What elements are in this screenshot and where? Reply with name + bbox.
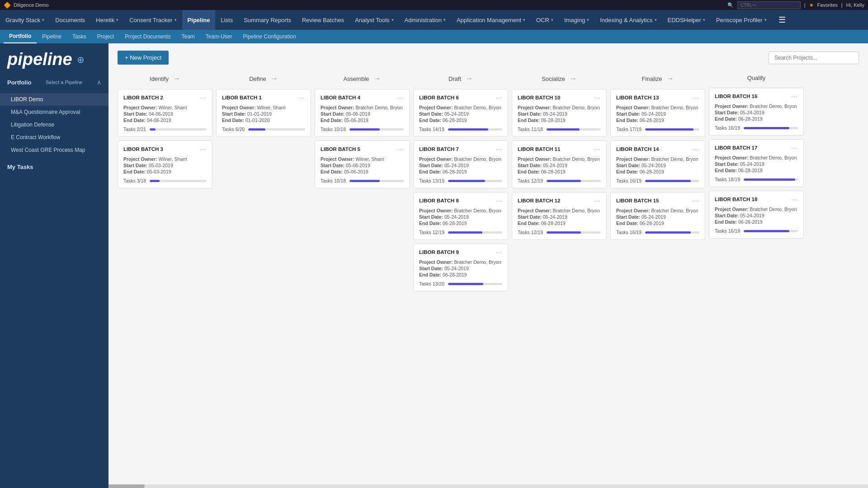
card-tasks-libor-batch-14: Tasks 16/19	[616, 178, 699, 183]
card-menu-libor-batch-7[interactable]: ···	[495, 145, 502, 153]
card-libor-batch-9[interactable]: LIBOR BATCH 9 ··· Project Owner: Bratche…	[413, 244, 508, 291]
card-menu-libor-batch-13[interactable]: ···	[693, 94, 699, 101]
card-menu-libor-batch-14[interactable]: ···	[693, 145, 699, 153]
card-libor-batch-14[interactable]: LIBOR BATCH 14 ··· Project Owner: Bratch…	[610, 141, 705, 188]
card-libor-batch-16[interactable]: LIBOR BATCH 16 ··· Project Owner: Bratch…	[709, 88, 804, 136]
card-menu-libor-batch-6[interactable]: ···	[495, 94, 502, 101]
card-menu-libor-batch-3[interactable]: ···	[200, 145, 207, 153]
card-owner-libor-batch-6: Project Owner: Bratcher Demo, Bryon	[419, 105, 502, 110]
sub-nav-item-portfolio[interactable]: Portfolio	[4, 30, 37, 43]
board-container[interactable]: Identify→ LIBOR BATCH 2 ··· Project Owne…	[108, 70, 868, 488]
nav-item-administration[interactable]: Administration▾	[399, 10, 451, 30]
card-menu-libor-batch-5[interactable]: ···	[397, 145, 404, 153]
top-bar-separator2: |	[841, 2, 843, 8]
nav-item-imaging[interactable]: Imaging▾	[559, 10, 594, 30]
card-menu-libor-batch-9[interactable]: ···	[495, 249, 502, 256]
progress-bar-fill-libor-batch-5	[349, 180, 380, 182]
sidebar-item-ma-questionnaire[interactable]: M&A Questionnaire Approval	[0, 106, 108, 118]
nav-item-pipeline[interactable]: Pipeline	[182, 10, 216, 30]
nav-item-heretik[interactable]: Heretik▾	[90, 10, 124, 30]
nav-item-documents[interactable]: Documents	[50, 10, 90, 30]
card-menu-libor-batch-15[interactable]: ···	[693, 197, 699, 204]
card-start-libor-batch-9: Start Date: 05-24-2019	[419, 266, 502, 271]
nav-chevron-icon-application-management: ▾	[523, 18, 525, 22]
card-menu-libor-batch-10[interactable]: ···	[594, 94, 601, 101]
nav-chevron-icon-eddsh: ▾	[703, 18, 705, 22]
card-menu-libor-batch-12[interactable]: ···	[594, 197, 601, 204]
card-libor-batch-11[interactable]: LIBOR BATCH 11 ··· Project Owner: Bratch…	[512, 141, 607, 188]
board-column-qualify: Qualify LIBOR BATCH 16 ··· Project Owner…	[709, 70, 804, 291]
global-search-input[interactable]	[737, 1, 801, 9]
favorites-link[interactable]: Favorites	[817, 2, 838, 8]
nav-item-lists[interactable]: Lists	[215, 10, 238, 30]
board-column-socialize: Socialize→ LIBOR BATCH 10 ··· Project Ow…	[512, 70, 607, 291]
sub-nav-item-project[interactable]: Project	[92, 30, 119, 43]
nav-item-gravity-stack[interactable]: Gravity Stack▾	[0, 10, 50, 30]
column-header-assemble: Assemble→	[315, 70, 410, 89]
sub-nav-item-tasks[interactable]: Tasks	[67, 30, 92, 43]
sidebar-pipeline-label[interactable]: Select a Pipeline	[38, 80, 90, 85]
card-libor-batch-13[interactable]: LIBOR BATCH 13 ··· Project Owner: Bratch…	[610, 89, 705, 137]
hamburger-menu[interactable]: ☰	[772, 15, 792, 25]
app-title: Diligence Demo	[14, 2, 49, 8]
sub-nav-item-team-user[interactable]: Team-User	[200, 30, 238, 43]
card-menu-libor-batch-11[interactable]: ···	[594, 145, 601, 153]
card-libor-batch-12[interactable]: LIBOR BATCH 12 ··· Project Owner: Bratch…	[512, 192, 607, 240]
progress-bar-fill-libor-batch-17	[744, 178, 795, 181]
sidebar-add-button[interactable]: ⊕	[77, 54, 85, 68]
card-start-libor-batch-7: Start Date: 05-24-2019	[419, 163, 502, 168]
card-libor-batch-15[interactable]: LIBOR BATCH 15 ··· Project Owner: Bratch…	[610, 192, 705, 240]
sidebar-item-litigation-defense[interactable]: Litigation Defense	[0, 118, 108, 131]
sidebar-item-libor-demo[interactable]: LIBOR Demo	[0, 93, 108, 106]
sub-nav: PortfolioPipelineTasksProjectProject Doc…	[0, 30, 868, 43]
nav-item-periscope[interactable]: Periscope Profiler▾	[711, 10, 772, 30]
card-libor-batch-5[interactable]: LIBOR BATCH 5 ··· Project Owner: Wilner,…	[315, 141, 410, 188]
card-menu-libor-batch-1[interactable]: ···	[298, 94, 305, 101]
nav-item-eddsh[interactable]: EDDSHelper▾	[662, 10, 711, 30]
sub-nav-item-team[interactable]: Team	[176, 30, 200, 43]
card-menu-libor-batch-8[interactable]: ···	[495, 197, 502, 204]
card-end-libor-batch-13: End Date: 06-28-2019	[616, 117, 699, 123]
nav-item-indexing-analytics[interactable]: Indexing & Analytics▾	[594, 10, 662, 30]
card-libor-batch-7[interactable]: LIBOR BATCH 7 ··· Project Owner: Bratche…	[413, 141, 508, 188]
card-libor-batch-6[interactable]: LIBOR BATCH 6 ··· Project Owner: Bratche…	[413, 89, 508, 137]
card-libor-batch-17[interactable]: LIBOR BATCH 17 ··· Project Owner: Bratch…	[709, 139, 804, 187]
card-libor-batch-8[interactable]: LIBOR BATCH 8 ··· Project Owner: Bratche…	[413, 192, 508, 240]
sidebar-item-west-coast-gre[interactable]: West Coast GRE Process Map	[0, 144, 108, 156]
sub-nav-item-pipeline-configuration[interactable]: Pipeline Configuration	[237, 30, 301, 43]
column-header-draft: Draft→	[413, 70, 508, 89]
card-menu-libor-batch-4[interactable]: ···	[397, 94, 404, 101]
new-project-button[interactable]: + New Project	[118, 51, 169, 65]
card-libor-batch-3[interactable]: LIBOR BATCH 3 ··· Project Owner: Wilner,…	[118, 141, 212, 188]
card-start-libor-batch-3: Start Date: 05-03-2019	[123, 163, 207, 168]
column-label-socialize: Socialize	[542, 75, 565, 82]
card-menu-libor-batch-18[interactable]: ···	[791, 196, 798, 203]
nav-item-consent-tracker[interactable]: Consent Tracker▾	[124, 10, 182, 30]
tasks-label-libor-batch-18: Tasks 16/19	[715, 228, 740, 234]
nav-item-analyst-tools[interactable]: Analyst Tools▾	[349, 10, 399, 30]
tasks-label-libor-batch-10: Tasks 11/18	[518, 127, 543, 132]
card-libor-batch-10[interactable]: LIBOR BATCH 10 ··· Project Owner: Bratch…	[512, 89, 607, 137]
sub-nav-item-pipeline-tab[interactable]: Pipeline	[37, 30, 67, 43]
card-menu-libor-batch-2[interactable]: ···	[200, 94, 207, 101]
sidebar-item-e-contract[interactable]: E Contract Workflow	[0, 131, 108, 144]
card-libor-batch-4[interactable]: LIBOR BATCH 4 ··· Project Owner: Bratche…	[315, 89, 410, 137]
card-owner-libor-batch-17: Project Owner: Bratcher Demo, Bryon	[715, 155, 798, 160]
nav-item-summary-reports[interactable]: Summary Reports	[238, 10, 297, 30]
card-libor-batch-1[interactable]: LIBOR BATCH 1 ··· Project Owner: Wilner,…	[216, 89, 311, 137]
card-libor-batch-18[interactable]: LIBOR BATCH 18 ··· Project Owner: Bratch…	[709, 191, 804, 239]
card-menu-libor-batch-16[interactable]: ···	[791, 93, 798, 100]
card-libor-batch-2[interactable]: LIBOR BATCH 2 ··· Project Owner: Wilner,…	[118, 89, 212, 137]
horizontal-scrollbar[interactable]	[108, 484, 868, 488]
card-title-libor-batch-9: LIBOR BATCH 9	[419, 249, 459, 255]
card-title-libor-batch-11: LIBOR BATCH 11	[518, 146, 560, 152]
sidebar-chevron-icon[interactable]: ∧	[97, 79, 101, 86]
nav-item-application-management[interactable]: Application Management▾	[451, 10, 531, 30]
nav-item-ocr[interactable]: OCR▾	[531, 10, 559, 30]
sub-nav-item-project-documents[interactable]: Project Documents	[119, 30, 176, 43]
search-projects-input[interactable]	[769, 52, 859, 64]
card-menu-libor-batch-17[interactable]: ···	[791, 144, 798, 151]
card-tasks-libor-batch-15: Tasks 16/19	[616, 230, 699, 235]
card-end-libor-batch-3: End Date: 05-03-2019	[123, 169, 207, 174]
nav-item-review-batches[interactable]: Review Batches	[297, 10, 349, 30]
